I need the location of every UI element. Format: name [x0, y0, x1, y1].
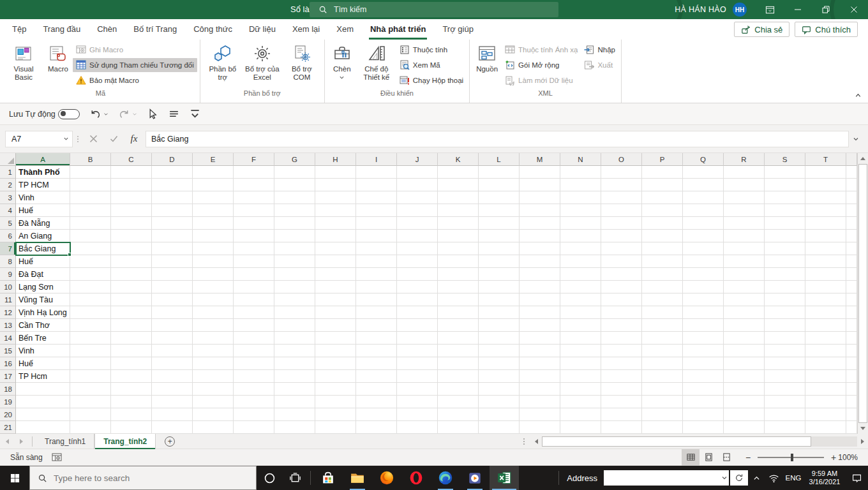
cell-K5[interactable]: [438, 217, 479, 230]
cell-F6[interactable]: [234, 230, 274, 242]
taskbar-app-edge[interactable]: [431, 466, 460, 490]
cell-D1[interactable]: [152, 166, 193, 179]
cell-L9[interactable]: [479, 268, 520, 281]
avatar[interactable]: HH: [733, 3, 747, 17]
cell-Q13[interactable]: [683, 319, 724, 332]
cell-J17[interactable]: [397, 370, 438, 383]
col-header-J[interactable]: J: [397, 153, 438, 166]
cell-F12[interactable]: [234, 306, 274, 319]
cell-I13[interactable]: [356, 319, 397, 332]
cell-filler[interactable]: [846, 242, 857, 255]
close-button[interactable]: [840, 0, 868, 19]
row-header-13[interactable]: 13: [0, 319, 16, 332]
cell-T17[interactable]: [805, 370, 846, 383]
cell-S17[interactable]: [765, 370, 805, 383]
cell-A9[interactable]: Đà Đạt: [16, 268, 70, 281]
cell-P21[interactable]: [642, 421, 683, 434]
cell-J8[interactable]: [397, 255, 438, 268]
taskbar-app-store[interactable]: [313, 466, 343, 490]
cell-O14[interactable]: [601, 332, 642, 345]
cell-I17[interactable]: [356, 370, 397, 383]
view-code-button[interactable]: Xem Mã: [396, 58, 467, 72]
cell-B3[interactable]: [70, 191, 111, 204]
cell-D6[interactable]: [152, 230, 193, 242]
cell-A4[interactable]: Huế: [16, 204, 70, 217]
cell-I5[interactable]: [356, 217, 397, 230]
scrollbar-resize-handle[interactable]: [523, 438, 525, 445]
cell-P9[interactable]: [642, 268, 683, 281]
cell-P10[interactable]: [642, 281, 683, 293]
cell-A16[interactable]: Huế: [16, 357, 70, 370]
cell-O12[interactable]: [601, 306, 642, 319]
cell-I3[interactable]: [356, 191, 397, 204]
cell-F2[interactable]: [234, 179, 274, 191]
cell-B9[interactable]: [70, 268, 111, 281]
cell-G15[interactable]: [274, 345, 315, 357]
cell-A11[interactable]: Vũng Tàu: [16, 293, 70, 306]
cell-Q1[interactable]: [683, 166, 724, 179]
cell-Q19[interactable]: [683, 396, 724, 408]
cell-J12[interactable]: [397, 306, 438, 319]
cell-I12[interactable]: [356, 306, 397, 319]
cell-B8[interactable]: [70, 255, 111, 268]
cell-S13[interactable]: [765, 319, 805, 332]
cell-P11[interactable]: [642, 293, 683, 306]
cell-M1[interactable]: [520, 166, 560, 179]
cell-L5[interactable]: [479, 217, 520, 230]
cell-K3[interactable]: [438, 191, 479, 204]
cell-D19[interactable]: [152, 396, 193, 408]
cell-F14[interactable]: [234, 332, 274, 345]
cell-filler[interactable]: [846, 370, 857, 383]
cell-Q9[interactable]: [683, 268, 724, 281]
cell-L1[interactable]: [479, 166, 520, 179]
action-center-button[interactable]: [845, 466, 868, 490]
cell-filler[interactable]: [846, 396, 857, 408]
cell-T20[interactable]: [805, 408, 846, 421]
cortana-button[interactable]: [257, 466, 282, 490]
col-header-O[interactable]: O: [601, 153, 642, 166]
cell-M12[interactable]: [520, 306, 560, 319]
cell-T13[interactable]: [805, 319, 846, 332]
cell-O17[interactable]: [601, 370, 642, 383]
cell-B7[interactable]: [70, 242, 111, 255]
cell-O21[interactable]: [601, 421, 642, 434]
cell-I10[interactable]: [356, 281, 397, 293]
cell-E18[interactable]: [193, 383, 234, 396]
cell-T19[interactable]: [805, 396, 846, 408]
cell-N11[interactable]: [560, 293, 601, 306]
cell-N19[interactable]: [560, 396, 601, 408]
cell-P5[interactable]: [642, 217, 683, 230]
cell-O6[interactable]: [601, 230, 642, 242]
cancel-entry-button[interactable]: [83, 131, 103, 147]
cell-A8[interactable]: Huế: [16, 255, 70, 268]
cell-Q10[interactable]: [683, 281, 724, 293]
cell-J10[interactable]: [397, 281, 438, 293]
sheet-nav-prev-button[interactable]: [0, 434, 14, 449]
cell-D18[interactable]: [152, 383, 193, 396]
cell-L14[interactable]: [479, 332, 520, 345]
cell-B1[interactable]: [70, 166, 111, 179]
col-header-filler[interactable]: [846, 153, 857, 166]
row-header-21[interactable]: 21: [0, 421, 16, 434]
cell-F4[interactable]: [234, 204, 274, 217]
cell-I14[interactable]: [356, 332, 397, 345]
cell-K13[interactable]: [438, 319, 479, 332]
cell-D2[interactable]: [152, 179, 193, 191]
cell-H19[interactable]: [315, 396, 356, 408]
row-header-7[interactable]: 7: [0, 242, 16, 255]
row-header-3[interactable]: 3: [0, 191, 16, 204]
zoom-out-button[interactable]: −: [744, 452, 752, 463]
row-header-19[interactable]: 19: [0, 396, 16, 408]
cell-R16[interactable]: [724, 357, 765, 370]
collapse-ribbon-button[interactable]: [855, 92, 862, 99]
cell-C6[interactable]: [111, 230, 152, 242]
cell-T16[interactable]: [805, 357, 846, 370]
col-header-E[interactable]: E: [193, 153, 234, 166]
cell-F10[interactable]: [234, 281, 274, 293]
cell-Q16[interactable]: [683, 357, 724, 370]
cell-L8[interactable]: [479, 255, 520, 268]
cell-D14[interactable]: [152, 332, 193, 345]
cell-J16[interactable]: [397, 357, 438, 370]
cell-R2[interactable]: [724, 179, 765, 191]
cell-N4[interactable]: [560, 204, 601, 217]
